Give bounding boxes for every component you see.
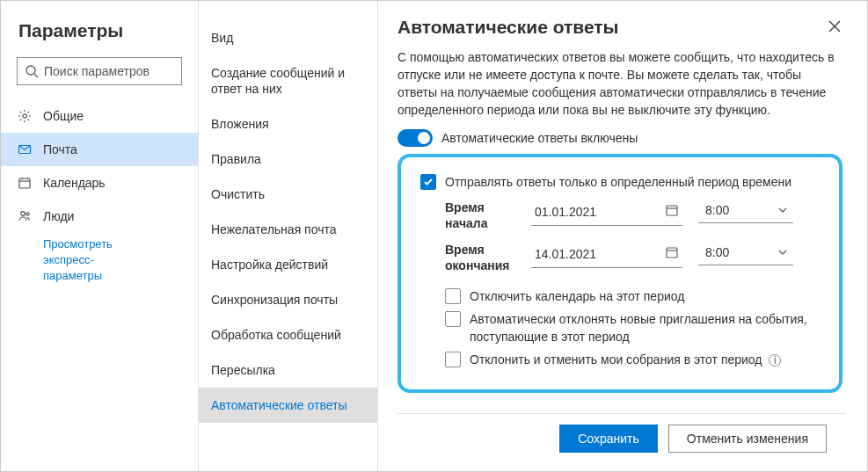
- nav-general[interactable]: Общие: [1, 99, 198, 133]
- panel-footer: Сохранить Отменить изменения: [398, 413, 846, 462]
- svg-rect-14: [667, 248, 677, 258]
- submenu-forwarding[interactable]: Пересылка: [199, 352, 377, 388]
- start-time-label: Время начала: [445, 200, 515, 231]
- svg-point-9: [26, 213, 29, 215]
- autoreply-toggle[interactable]: [398, 129, 433, 147]
- submenu-sweep[interactable]: Очистить: [199, 177, 377, 212]
- end-time-value: 8:00: [705, 245, 729, 259]
- close-icon: [828, 20, 841, 33]
- save-button[interactable]: Сохранить: [559, 425, 658, 453]
- check-icon: [423, 177, 434, 187]
- start-time-picker[interactable]: 8:00: [698, 200, 793, 223]
- chevron-down-icon: [777, 247, 788, 258]
- cancel-button[interactable]: Отменить изменения: [668, 425, 827, 453]
- send-period-checkbox[interactable]: [420, 174, 436, 190]
- svg-point-2: [23, 114, 26, 118]
- chevron-down-icon: [777, 205, 788, 215]
- end-date-picker[interactable]: 14.01.2021: [531, 242, 682, 268]
- autoreply-toggle-label: Автоматические ответы включены: [441, 131, 638, 145]
- time-period-highlight: Отправлять ответы только в определенный …: [398, 154, 842, 393]
- submenu-handling[interactable]: Обработка сообщений: [199, 317, 377, 352]
- block-calendar-checkbox[interactable]: [445, 288, 461, 304]
- nav-general-label: Общие: [43, 109, 84, 123]
- search-placeholder-text: Поиск параметров: [44, 64, 150, 78]
- mail-submenu: Вид Создание сообщений и ответ на них Вл…: [199, 1, 378, 471]
- search-icon: [25, 64, 39, 78]
- panel-description: С помощью автоматических ответов вы може…: [398, 48, 842, 119]
- quick-settings-link[interactable]: Просмотреть экспресс- параметры: [1, 233, 198, 284]
- nav-calendar[interactable]: Календарь: [1, 166, 198, 200]
- search-settings-input[interactable]: Поиск параметров: [17, 57, 182, 85]
- nav-people-label: Люди: [43, 209, 74, 223]
- panel-title: Автоматические ответы: [398, 17, 619, 38]
- submenu-sync[interactable]: Синхронизация почты: [199, 282, 377, 317]
- svg-rect-4: [19, 178, 30, 188]
- close-button[interactable]: [823, 17, 846, 39]
- mail-icon: [17, 142, 33, 157]
- submenu-actions[interactable]: Настройка действий: [199, 247, 377, 282]
- calendar-icon: [17, 175, 33, 191]
- calendar-picker-icon: [665, 245, 679, 262]
- svg-line-1: [34, 74, 38, 77]
- nav-mail[interactable]: Почта: [1, 133, 198, 166]
- end-time-picker[interactable]: 8:00: [698, 242, 793, 265]
- settings-title: Параметры: [1, 11, 198, 57]
- svg-point-0: [26, 66, 35, 75]
- end-date-value: 14.01.2021: [535, 247, 596, 261]
- info-icon[interactable]: i: [769, 354, 781, 367]
- svg-point-8: [21, 212, 26, 216]
- end-time-label: Время окончания: [445, 242, 515, 273]
- start-date-value: 01.01.2021: [535, 205, 596, 219]
- decline-invites-checkbox[interactable]: [445, 311, 461, 327]
- start-date-picker[interactable]: 01.01.2021: [531, 200, 682, 226]
- calendar-picker-icon: [665, 203, 679, 220]
- submenu-junk[interactable]: Нежелательная почта: [199, 212, 377, 247]
- settings-sidebar: Параметры Поиск параметров Общие Почта К…: [1, 1, 199, 471]
- submenu-rules[interactable]: Правила: [199, 142, 377, 177]
- people-icon: [17, 208, 33, 224]
- autoreply-panel: Автоматические ответы С помощью автомати…: [378, 1, 867, 471]
- start-time-value: 8:00: [705, 203, 729, 217]
- submenu-layout[interactable]: Вид: [199, 20, 377, 55]
- submenu-autoreply[interactable]: Автоматические ответы: [199, 388, 377, 423]
- cancel-meetings-checkbox[interactable]: [445, 352, 461, 367]
- submenu-compose[interactable]: Создание сообщений и ответ на них: [199, 55, 377, 106]
- send-period-label: Отправлять ответы только в определенный …: [445, 173, 820, 191]
- svg-rect-12: [667, 206, 677, 215]
- submenu-attachments[interactable]: Вложения: [199, 106, 377, 142]
- nav-calendar-label: Календарь: [43, 176, 106, 190]
- nav-mail-label: Почта: [43, 142, 77, 156]
- cancel-meetings-label: Отклонить и отменить мои собрания в этот…: [470, 351, 820, 368]
- nav-people[interactable]: Люди: [1, 200, 198, 233]
- decline-invites-label: Автоматически отклонять новые приглашени…: [470, 310, 820, 345]
- block-calendar-label: Отключить календарь на этот период: [470, 287, 820, 305]
- gear-icon: [17, 108, 33, 124]
